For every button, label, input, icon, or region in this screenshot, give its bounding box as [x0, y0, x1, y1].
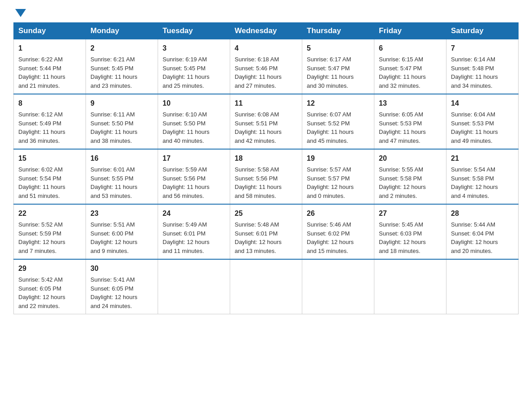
- day-header-saturday: Saturday: [446, 23, 519, 39]
- calendar-cell: 26 Sunrise: 5:46 AM Sunset: 6:02 PM Dayl…: [302, 204, 374, 259]
- day-number: 23: [90, 208, 153, 219]
- daylight-text: Daylight: 11 hours: [451, 73, 498, 80]
- daylight-text: Daylight: 12 hours: [18, 239, 65, 245]
- day-number: 11: [235, 98, 297, 109]
- calendar-cell: 13 Sunrise: 6:05 AM Sunset: 5:53 PM Dayl…: [374, 94, 446, 149]
- calendar-cell: [158, 259, 230, 314]
- calendar-cell: 7 Sunrise: 6:14 AM Sunset: 5:48 PM Dayli…: [446, 39, 519, 94]
- sunset-text: Sunset: 6:05 PM: [18, 285, 61, 292]
- daylight-minutes-text: and 58 minutes.: [235, 193, 276, 199]
- day-number: 10: [163, 98, 225, 109]
- calendar-cell: 3 Sunrise: 6:19 AM Sunset: 5:45 PM Dayli…: [158, 39, 230, 94]
- day-number: 26: [307, 208, 369, 219]
- calendar-cell: 20 Sunrise: 5:55 AM Sunset: 5:58 PM Dayl…: [374, 149, 446, 204]
- day-number: 18: [235, 153, 297, 164]
- calendar-cell: [230, 259, 302, 314]
- calendar-cell: 19 Sunrise: 5:57 AM Sunset: 5:57 PM Dayl…: [302, 149, 374, 204]
- sunrise-text: Sunrise: 5:45 AM: [379, 221, 423, 228]
- sunset-text: Sunset: 6:01 PM: [163, 230, 206, 237]
- sunset-text: Sunset: 5:46 PM: [235, 65, 278, 72]
- day-header-friday: Friday: [374, 23, 446, 39]
- day-number: 29: [18, 263, 81, 274]
- daylight-text: Daylight: 12 hours: [379, 239, 426, 245]
- day-number: 9: [90, 98, 153, 109]
- daylight-minutes-text: and 32 minutes.: [379, 82, 420, 89]
- calendar-cell: 4 Sunrise: 6:18 AM Sunset: 5:46 PM Dayli…: [230, 39, 302, 94]
- header-row: SundayMondayTuesdayWednesdayThursdayFrid…: [14, 23, 519, 39]
- day-number: 7: [451, 43, 514, 54]
- header: [13, 9, 519, 17]
- day-header-wednesday: Wednesday: [230, 23, 302, 39]
- day-number: 13: [379, 98, 442, 109]
- calendar-cell: 28 Sunrise: 5:44 AM Sunset: 6:04 PM Dayl…: [446, 204, 519, 259]
- sunrise-text: Sunrise: 5:41 AM: [90, 276, 135, 283]
- day-number: 22: [18, 208, 81, 219]
- daylight-minutes-text: and 13 minutes.: [235, 248, 276, 254]
- daylight-minutes-text: and 56 minutes.: [163, 193, 204, 199]
- sunrise-text: Sunrise: 5:54 AM: [451, 166, 495, 173]
- sunset-text: Sunset: 5:49 PM: [18, 120, 61, 127]
- calendar-cell: 21 Sunrise: 5:54 AM Sunset: 5:58 PM Dayl…: [446, 149, 519, 204]
- sunset-text: Sunset: 5:56 PM: [235, 175, 278, 182]
- calendar-cell: 24 Sunrise: 5:49 AM Sunset: 6:01 PM Dayl…: [158, 204, 230, 259]
- week-row-4: 22 Sunrise: 5:52 AM Sunset: 5:59 PM Dayl…: [14, 204, 519, 259]
- daylight-text: Daylight: 12 hours: [379, 184, 426, 190]
- daylight-minutes-text: and 0 minutes.: [307, 193, 345, 199]
- sunrise-text: Sunrise: 6:18 AM: [235, 56, 279, 63]
- sunset-text: Sunset: 6:02 PM: [307, 230, 350, 237]
- calendar-cell: 16 Sunrise: 6:01 AM Sunset: 5:55 PM Dayl…: [86, 149, 158, 204]
- sunrise-text: Sunrise: 6:15 AM: [379, 56, 423, 63]
- sunrise-text: Sunrise: 5:55 AM: [379, 166, 423, 173]
- day-number: 2: [90, 43, 153, 54]
- logo: [13, 9, 26, 17]
- sunset-text: Sunset: 5:53 PM: [451, 120, 494, 127]
- calendar-cell: 17 Sunrise: 5:59 AM Sunset: 5:56 PM Dayl…: [158, 149, 230, 204]
- daylight-minutes-text: and 15 minutes.: [307, 248, 348, 254]
- daylight-minutes-text: and 24 minutes.: [90, 303, 132, 309]
- sunrise-text: Sunrise: 5:48 AM: [235, 221, 279, 228]
- daylight-text: Daylight: 11 hours: [235, 184, 282, 190]
- daylight-text: Daylight: 11 hours: [90, 184, 137, 190]
- daylight-text: Daylight: 11 hours: [163, 184, 210, 190]
- daylight-text: Daylight: 11 hours: [451, 128, 498, 135]
- sunset-text: Sunset: 5:45 PM: [163, 65, 206, 72]
- day-number: 8: [18, 98, 81, 109]
- day-header-monday: Monday: [86, 23, 158, 39]
- calendar-cell: 27 Sunrise: 5:45 AM Sunset: 6:03 PM Dayl…: [374, 204, 446, 259]
- sunset-text: Sunset: 5:50 PM: [163, 120, 206, 127]
- sunrise-text: Sunrise: 6:10 AM: [163, 111, 207, 118]
- daylight-text: Daylight: 12 hours: [451, 239, 498, 245]
- sunset-text: Sunset: 5:59 PM: [18, 230, 61, 237]
- day-number: 17: [163, 153, 225, 164]
- sunset-text: Sunset: 5:48 PM: [451, 65, 494, 72]
- sunrise-text: Sunrise: 5:49 AM: [163, 221, 207, 228]
- sunrise-text: Sunrise: 6:17 AM: [307, 56, 351, 63]
- sunset-text: Sunset: 5:54 PM: [18, 175, 61, 182]
- daylight-minutes-text: and 2 minutes.: [379, 193, 417, 199]
- day-header-tuesday: Tuesday: [158, 23, 230, 39]
- sunset-text: Sunset: 5:51 PM: [235, 120, 278, 127]
- day-number: 24: [163, 208, 225, 219]
- sunrise-text: Sunrise: 5:46 AM: [307, 221, 351, 228]
- daylight-text: Daylight: 11 hours: [307, 128, 354, 135]
- sunset-text: Sunset: 5:47 PM: [307, 65, 350, 72]
- daylight-minutes-text: and 40 minutes.: [163, 137, 204, 144]
- daylight-text: Daylight: 11 hours: [379, 73, 426, 80]
- calendar-cell: [446, 259, 519, 314]
- day-number: 12: [307, 98, 369, 109]
- sunrise-text: Sunrise: 6:12 AM: [18, 111, 63, 118]
- daylight-minutes-text: and 20 minutes.: [451, 248, 493, 254]
- daylight-text: Daylight: 12 hours: [235, 239, 282, 245]
- daylight-minutes-text: and 27 minutes.: [235, 82, 276, 89]
- daylight-minutes-text: and 23 minutes.: [90, 82, 132, 89]
- calendar-cell: [302, 259, 374, 314]
- sunrise-text: Sunrise: 6:21 AM: [90, 56, 135, 63]
- daylight-minutes-text: and 49 minutes.: [451, 137, 493, 144]
- daylight-text: Daylight: 12 hours: [307, 239, 354, 245]
- week-row-5: 29 Sunrise: 5:42 AM Sunset: 6:05 PM Dayl…: [14, 259, 519, 314]
- sunset-text: Sunset: 5:50 PM: [90, 120, 133, 127]
- sunset-text: Sunset: 5:44 PM: [18, 65, 61, 72]
- sunrise-text: Sunrise: 5:51 AM: [90, 221, 135, 228]
- sunrise-text: Sunrise: 6:19 AM: [163, 56, 207, 63]
- week-row-1: 1 Sunrise: 6:22 AM Sunset: 5:44 PM Dayli…: [14, 39, 519, 94]
